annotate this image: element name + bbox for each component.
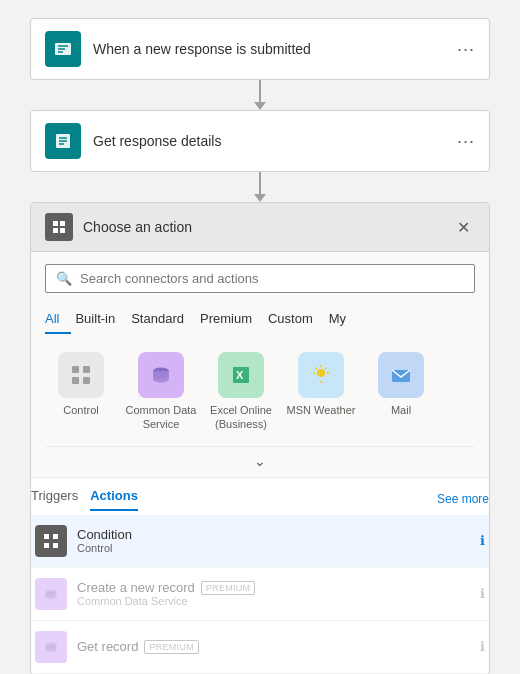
tab-triggers[interactable]: Triggers: [31, 488, 78, 511]
svg-rect-8: [53, 221, 58, 226]
action-create-icon: [35, 578, 67, 610]
connector-control[interactable]: Control: [45, 352, 117, 432]
action-item-condition[interactable]: Condition Control ℹ: [31, 515, 489, 568]
choose-action-panel: Choose an action ✕ 🔍 All Built-in Standa…: [30, 202, 490, 674]
arrow-head-2: [254, 194, 266, 202]
arrow-line-2: [259, 172, 261, 194]
tab-actions[interactable]: Actions: [90, 488, 138, 511]
step1-label: When a new response is submitted: [93, 41, 457, 57]
action-condition-sub: Control: [77, 542, 480, 554]
tab-premium[interactable]: Premium: [200, 305, 264, 334]
see-more-link[interactable]: See more: [437, 492, 489, 506]
expand-button[interactable]: ⌄: [254, 453, 266, 469]
svg-text:X: X: [236, 369, 244, 381]
step1-card: When a new response is submitted ···: [30, 18, 490, 80]
svg-point-20: [317, 369, 325, 377]
connector-mail-label: Mail: [391, 403, 411, 417]
action-get-content: Get record PREMIUM: [77, 639, 480, 654]
connector-cds-icon: [138, 352, 184, 398]
action-create-name: Create a new record PREMIUM: [77, 580, 480, 595]
expand-row: ⌄: [45, 446, 475, 477]
action-condition-content: Condition Control: [77, 527, 480, 554]
action-get-name: Get record PREMIUM: [77, 639, 480, 654]
connector-weather[interactable]: MSN Weather: [285, 352, 357, 432]
connector-cds-label: Common Data Service: [125, 403, 197, 432]
connector-cds[interactable]: Common Data Service: [125, 352, 197, 432]
tab-my[interactable]: My: [329, 305, 358, 334]
panel-header: Choose an action ✕: [31, 203, 489, 252]
flow-container: When a new response is submitted ··· Get…: [0, 0, 520, 674]
svg-point-33: [46, 592, 57, 597]
connector-mail-icon: [378, 352, 424, 398]
actions-section: Triggers Actions See more: [30, 477, 490, 674]
search-icon: 🔍: [56, 271, 72, 286]
connector-mail[interactable]: Mail: [365, 352, 437, 432]
arrow-1: [254, 80, 266, 110]
actions-tabs: Triggers Actions: [31, 488, 138, 511]
action-create-content: Create a new record PREMIUM Common Data …: [77, 580, 480, 607]
svg-rect-9: [60, 221, 65, 226]
svg-rect-14: [72, 377, 79, 384]
connector-control-icon: [58, 352, 104, 398]
action-item-get-record[interactable]: Get record PREMIUM ℹ: [31, 621, 489, 674]
svg-point-17: [153, 372, 169, 379]
tab-custom[interactable]: Custom: [268, 305, 325, 334]
action-create-premium-badge: PREMIUM: [201, 581, 256, 595]
action-condition-icon: [35, 525, 67, 557]
arrow-head-1: [254, 102, 266, 110]
connector-control-label: Control: [63, 403, 98, 417]
svg-rect-11: [60, 228, 65, 233]
tab-standard[interactable]: Standard: [131, 305, 196, 334]
connector-excel[interactable]: X Excel Online (Business): [205, 352, 277, 432]
connectors-grid: Control Common Data Service: [45, 348, 475, 436]
action-get-info-icon[interactable]: ℹ: [480, 639, 485, 654]
panel-header-icon: [45, 213, 73, 241]
arrow-2: [254, 172, 266, 202]
svg-rect-31: [53, 543, 58, 548]
connector-weather-icon: [298, 352, 344, 398]
step2-more-button[interactable]: ···: [457, 131, 475, 152]
step2-card: Get response details ···: [30, 110, 490, 172]
svg-rect-28: [44, 534, 49, 539]
svg-point-35: [46, 645, 57, 650]
step2-icon: [45, 123, 81, 159]
search-input[interactable]: [80, 271, 464, 286]
svg-line-25: [316, 368, 318, 370]
action-get-icon: [35, 631, 67, 663]
action-condition-name: Condition: [77, 527, 480, 542]
connector-excel-label: Excel Online (Business): [205, 403, 277, 432]
tab-builtin[interactable]: Built-in: [75, 305, 127, 334]
panel-body: 🔍 All Built-in Standard Premium Custom M…: [31, 252, 489, 477]
step1-more-button[interactable]: ···: [457, 39, 475, 60]
action-condition-info-icon[interactable]: ℹ: [480, 533, 485, 548]
step1-icon: [45, 31, 81, 67]
svg-line-26: [325, 368, 327, 370]
svg-rect-29: [53, 534, 58, 539]
arrow-line-1: [259, 80, 261, 102]
svg-rect-13: [83, 366, 90, 373]
search-box[interactable]: 🔍: [45, 264, 475, 293]
svg-rect-15: [83, 377, 90, 384]
svg-rect-10: [53, 228, 58, 233]
tab-all[interactable]: All: [45, 305, 71, 334]
action-list: Condition Control ℹ: [31, 515, 489, 674]
connector-excel-icon: X: [218, 352, 264, 398]
action-item-create-record[interactable]: Create a new record PREMIUM Common Data …: [31, 568, 489, 621]
actions-tabs-row: Triggers Actions See more: [31, 478, 489, 511]
svg-rect-30: [44, 543, 49, 548]
step2-label: Get response details: [93, 133, 457, 149]
panel-title: Choose an action: [83, 219, 451, 235]
action-create-sub: Common Data Service: [77, 595, 480, 607]
action-get-premium-badge: PREMIUM: [144, 640, 199, 654]
connector-weather-label: MSN Weather: [287, 403, 356, 417]
filter-tabs: All Built-in Standard Premium Custom My: [45, 305, 475, 334]
close-button[interactable]: ✕: [451, 215, 475, 239]
svg-rect-12: [72, 366, 79, 373]
action-create-info-icon[interactable]: ℹ: [480, 586, 485, 601]
